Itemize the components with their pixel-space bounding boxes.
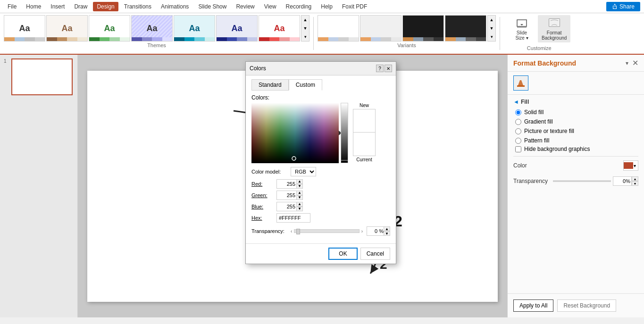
transparency-slider[interactable]: [553, 180, 611, 182]
spectrum-svg: [251, 103, 339, 163]
solid-fill-option[interactable]: Solid fill: [515, 109, 638, 116]
hide-graphics-option[interactable]: Hide background graphics: [515, 146, 638, 152]
dialog-close[interactable]: ✕: [385, 65, 392, 72]
transparency-input[interactable]: [613, 176, 632, 186]
pattern-fill-radio[interactable]: [515, 138, 521, 144]
tab-standard[interactable]: Standard: [251, 79, 289, 91]
solid-fill-radio[interactable]: [515, 109, 521, 116]
fill-header[interactable]: ◄ Fill: [513, 99, 638, 105]
color-spectrum[interactable]: [251, 103, 339, 163]
current-label: Current: [356, 157, 372, 162]
transparency-track[interactable]: [294, 229, 359, 233]
blue-row: Blue: ▲ ▼: [251, 202, 390, 211]
color-picker-button[interactable]: ▾: [623, 160, 638, 171]
transparency-thumb[interactable]: [296, 229, 300, 234]
theme-3[interactable]: Aa: [89, 15, 130, 42]
pattern-fill-option[interactable]: Pattern fill: [515, 137, 638, 144]
gradient-fill-radio[interactable]: [515, 119, 521, 125]
tab-custom[interactable]: Custom: [289, 79, 322, 91]
colors-dialog[interactable]: Colors ? ✕ Standard Custom Colors:: [245, 61, 396, 264]
fill-label: Fill: [521, 99, 529, 105]
slide-size-button[interactable]: SlideSize ▾: [508, 15, 536, 42]
reset-background-button[interactable]: Reset Background: [557, 299, 616, 312]
variant-scroll-up[interactable]: ▲: [488, 16, 495, 24]
theme-7[interactable]: Aa: [259, 15, 300, 42]
format-background-button[interactable]: FormatBackground: [538, 15, 570, 42]
theme-default[interactable]: Aa: [4, 15, 45, 42]
slide-thumbnail-1[interactable]: [11, 58, 73, 95]
menu-draw[interactable]: Draw: [70, 2, 91, 11]
brightness-bar[interactable]: [341, 103, 348, 163]
blue-up[interactable]: ▲: [296, 202, 303, 207]
theme-4[interactable]: Aa: [131, 15, 173, 42]
dialog-titlebar: Colors ? ✕: [246, 62, 396, 75]
current-color-swatch: [353, 133, 376, 156]
transparency-left-arrow[interactable]: ‹: [291, 229, 292, 234]
red-up[interactable]: ▲: [296, 179, 303, 184]
theme-scroll-down[interactable]: ▼: [301, 24, 309, 33]
theme-scroll-up[interactable]: ▲: [301, 16, 309, 24]
fill-options: Solid fill Gradient fill Picture or text…: [515, 109, 638, 144]
dialog-help[interactable]: ?: [376, 65, 384, 72]
ok-button[interactable]: OK: [328, 248, 357, 260]
variant-4[interactable]: [445, 15, 486, 42]
theme-2[interactable]: Aa: [46, 15, 88, 42]
hide-graphics-checkbox[interactable]: [515, 146, 521, 152]
panel-icon-row: [508, 72, 644, 95]
slide-item-1[interactable]: 1: [4, 58, 74, 95]
color-model-select[interactable]: RGB HSL: [291, 167, 316, 176]
menu-animations[interactable]: Animations: [157, 2, 192, 11]
menu-help[interactable]: Help: [317, 2, 336, 11]
transparency-dialog-down[interactable]: ▼: [384, 231, 390, 236]
transparency-down[interactable]: ▼: [632, 181, 638, 186]
gradient-fill-option[interactable]: Gradient fill: [515, 118, 638, 125]
menu-view[interactable]: View: [260, 2, 280, 11]
transparency-dialog-value-group: ▲ ▼: [367, 226, 390, 236]
apply-to-all-button[interactable]: Apply to All: [513, 299, 553, 312]
green-input[interactable]: [276, 191, 296, 200]
hex-input[interactable]: [276, 213, 310, 223]
menu-insert[interactable]: Insert: [47, 2, 68, 11]
picture-fill-option[interactable]: Picture or texture fill: [515, 128, 638, 134]
variant-scroll-down[interactable]: ▼: [488, 24, 495, 33]
transparency-right-arrow[interactable]: ›: [361, 229, 363, 234]
theme-5[interactable]: Aa: [174, 15, 215, 42]
blue-down[interactable]: ▼: [296, 207, 303, 211]
panel-title: Format Background: [513, 59, 576, 67]
transparency-dialog-label: Transparency:: [251, 228, 287, 234]
slide-number-1: 1: [4, 58, 9, 64]
red-input[interactable]: [276, 179, 296, 189]
hide-graphics-label: Hide background graphics: [524, 146, 590, 152]
menu-home[interactable]: Home: [22, 2, 45, 11]
transparency-dialog-input[interactable]: [367, 226, 384, 236]
menu-foxit[interactable]: Foxit PDF: [338, 2, 371, 11]
fill-icon-button[interactable]: [513, 75, 528, 91]
share-button[interactable]: Share: [606, 2, 640, 11]
variant-2[interactable]: [360, 15, 401, 42]
cancel-button[interactable]: Cancel: [360, 248, 390, 260]
panel-close-button[interactable]: ✕: [632, 58, 638, 67]
menu-review[interactable]: Review: [232, 2, 258, 11]
transparency-dialog-up[interactable]: ▲: [384, 226, 390, 231]
menu-design[interactable]: Design: [93, 2, 118, 11]
theme-scroll-more[interactable]: ▾: [301, 33, 309, 41]
menu-file[interactable]: File: [4, 2, 20, 11]
variant-1[interactable]: [318, 15, 359, 42]
red-down[interactable]: ▼: [296, 184, 303, 189]
slides-panel: 1: [0, 55, 78, 317]
variant-scroll-more[interactable]: ▾: [488, 33, 495, 41]
panel-dropdown-icon[interactable]: ▾: [626, 60, 628, 66]
slide-size-label: SlideSize ▾: [515, 30, 528, 41]
menu-slideshow[interactable]: Slide Show: [194, 2, 230, 11]
transparency-up[interactable]: ▲: [632, 176, 638, 181]
green-down[interactable]: ▼: [296, 195, 303, 200]
theme-6[interactable]: Aa: [216, 15, 258, 42]
blue-input[interactable]: [276, 202, 296, 211]
menu-transitions[interactable]: Transitions: [120, 2, 155, 11]
picture-fill-radio[interactable]: [515, 128, 521, 134]
green-up[interactable]: ▲: [296, 191, 303, 195]
format-background-panel: Format Background ▾ ✕ ◄ Fill: [507, 55, 644, 317]
variants-group: ▲ ▼ ▾ Variants: [318, 15, 496, 48]
menu-recording[interactable]: Recording: [282, 2, 316, 11]
variant-3[interactable]: [402, 15, 444, 42]
